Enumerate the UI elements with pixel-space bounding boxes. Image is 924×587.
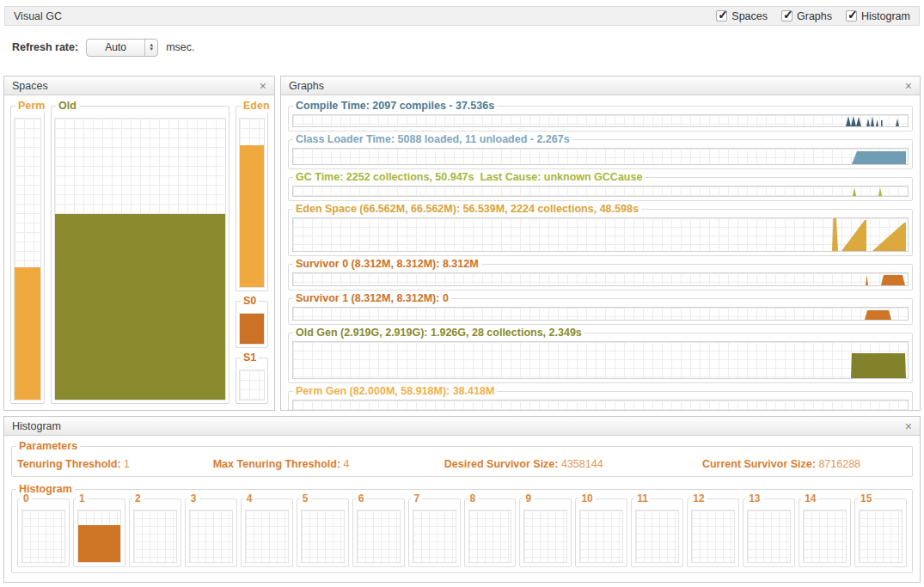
histogram-bucket-2: 2 [129, 498, 181, 567]
close-icon[interactable]: × [905, 420, 912, 432]
survivor1-space-chart [239, 370, 265, 401]
checkbox-histogram-label: Histogram [861, 10, 910, 22]
histogram-bucket-3: 3 [185, 498, 237, 567]
max-tenuring-threshold: Max Tenuring Threshold: 4 [213, 458, 444, 470]
old-gen-graph-label: Old Gen (2.919G, 2.919G): 1.926G, 28 col… [293, 327, 584, 339]
spaces-panel-header: Spaces × [4, 76, 274, 95]
class-loader-strip-chart [292, 148, 909, 165]
eden-space-strip-chart [292, 217, 909, 252]
histogram-bucket-10: 10 [575, 498, 627, 567]
histogram-bucket-14: 14 [799, 498, 851, 567]
survivor1-graph: Survivor 1 (8.312M, 8.312M): 0 [288, 298, 913, 325]
survivor0-graph-label: Survivor 0 (8.312M, 8.312M): 8.312M [293, 258, 481, 271]
survivor0-strip-chart [292, 272, 909, 286]
histogram-bucket-6: 6 [352, 498, 405, 567]
compile-time-graph: Compile Time: 2097 compiles - 37.536s [288, 106, 913, 131]
perm-space-label: Perm [15, 100, 47, 113]
histogram-bucket-8: 8 [464, 498, 517, 567]
stepper-arrows-icon[interactable]: ▲▼ [144, 40, 157, 56]
eden-fill-bar [240, 145, 264, 287]
perm-fill-bar [15, 267, 40, 400]
refresh-rate-select[interactable]: Auto ▲▼ [86, 39, 158, 57]
histogram-body: Parameters Tenuring Threshold: 1 Max Ten… [4, 436, 920, 582]
old-gen-graph: Old Gen (2.919G, 2.919G): 1.926G, 28 col… [288, 333, 913, 383]
histogram-panel-title: Histogram [12, 420, 61, 432]
checkbox-graphs[interactable]: Graphs [781, 10, 832, 22]
gc-time-strip-chart [292, 186, 909, 197]
eden-sawtooth [832, 218, 906, 251]
parameters-group: Parameters Tenuring Threshold: 1 Max Ten… [11, 446, 913, 477]
close-icon[interactable]: × [905, 80, 912, 92]
histogram-panel-header: Histogram × [4, 417, 920, 436]
checkbox-spaces[interactable]: Spaces [716, 10, 768, 22]
view-toggles: Spaces Graphs Histogram [716, 10, 910, 22]
survivor1-block [832, 308, 906, 320]
graphs-panel-title: Graphs [289, 80, 324, 92]
refresh-rate-value: Auto [87, 41, 144, 53]
survivor0-space-chart [239, 313, 265, 345]
spaces-panel: Spaces × Perm Old Eden [3, 76, 275, 411]
eden-column: Eden S0 S1 [236, 106, 268, 404]
survivor0-graph: Survivor 0 (8.312M, 8.312M): 8.312M [288, 264, 913, 290]
checkbox-checked-icon [846, 10, 857, 21]
histogram-panel: Histogram × Parameters Tenuring Threshol… [3, 416, 921, 583]
checkbox-spaces-label: Spaces [731, 10, 768, 22]
old-gen-strip-chart [292, 341, 909, 379]
close-icon[interactable]: × [260, 80, 266, 92]
survivor1-graph-label: Survivor 1 (8.312M, 8.312M): 0 [293, 292, 451, 305]
parameters-group-label: Parameters [16, 440, 80, 453]
refresh-rate-row: Refresh rate: Auto ▲▼ msec. [12, 38, 194, 57]
refresh-rate-unit: msec. [166, 41, 194, 53]
refresh-rate-label: Refresh rate: [12, 41, 78, 53]
gc-time-label: GC Time: 2252 collections, 50.947s Last … [293, 171, 645, 184]
checkbox-graphs-label: Graphs [797, 10, 832, 22]
histogram-bucket-7: 7 [408, 498, 461, 567]
eden-space-label: Eden [241, 100, 272, 113]
histogram-bucket-4: 4 [241, 498, 293, 567]
class-loader-block [852, 149, 906, 164]
perm-gen-graph-label: Perm Gen (82.000M, 58.918M): 38.418M [293, 385, 497, 398]
survivor0-fill-bar [240, 314, 264, 345]
checkbox-checked-icon [781, 10, 792, 21]
survivor0-space-label: S0 [241, 295, 259, 308]
histogram-bucket-5: 5 [297, 498, 349, 567]
perm-gen-strip-chart [292, 400, 909, 410]
gc-time-spikes [850, 186, 906, 196]
tenuring-threshold: Tenuring Threshold: 1 [17, 458, 213, 470]
survivor1-strip-chart [292, 307, 909, 321]
old-fill-bar [55, 214, 225, 400]
eden-space-graph-label: Eden Space (66.562M, 66.562M): 56.539M, … [293, 203, 641, 216]
checkbox-histogram[interactable]: Histogram [846, 10, 910, 22]
eden-space: Eden [236, 106, 268, 291]
survivor0-space: S0 [236, 301, 268, 349]
bucket-row: 0 1 2 3 4 5 6 7 8 9 10 11 12 13 14 15 [17, 498, 907, 567]
old-space: Old [51, 106, 229, 404]
survivor0-block [854, 273, 906, 285]
histogram-bucket-12: 12 [687, 498, 739, 567]
class-loader-time-label: Class Loader Time: 5088 loaded, 11 unloa… [293, 133, 572, 146]
graphs-body: Compile Time: 2097 compiles - 37.536s Cl… [281, 95, 920, 410]
parameters-row: Tenuring Threshold: 1 Max Tenuring Thres… [17, 458, 907, 470]
visual-gc-window: Visual GC Spaces Graphs Histogram Refres… [0, 0, 924, 587]
current-survivor-size: Current Survivor Size: 8716288 [702, 458, 907, 470]
perm-gen-graph: Perm Gen (82.000M, 58.918M): 38.418M [288, 391, 913, 410]
histogram-buckets-group: Histogram 0 1 2 3 4 5 6 7 8 9 10 11 12 1… [11, 489, 913, 573]
desired-survivor-size: Desired Survivor Size: 4358144 [444, 458, 702, 470]
spaces-body: Perm Old Eden S0 [4, 95, 274, 410]
compile-time-strip-chart [292, 114, 909, 127]
survivor1-space: S1 [236, 358, 268, 404]
perm-gen-block [851, 401, 906, 410]
eden-space-chart [239, 118, 265, 288]
compile-time-label: Compile Time: 2097 compiles - 37.536s [293, 100, 497, 113]
old-space-label: Old [56, 100, 79, 113]
graphs-panel-header: Graphs × [281, 76, 920, 95]
graphs-panel: Graphs × Compile Time: 2097 compiles - 3… [280, 76, 921, 411]
perm-space-chart [14, 118, 41, 401]
histogram-bucket-15: 15 [854, 498, 907, 567]
checkbox-checked-icon [716, 10, 727, 21]
histogram-bucket-9: 9 [519, 498, 572, 567]
spaces-panel-title: Spaces [12, 80, 48, 92]
survivor1-space-label: S1 [241, 352, 259, 364]
gc-time-graph: GC Time: 2252 collections, 50.947s Last … [288, 177, 913, 201]
histogram-bucket-13: 13 [743, 498, 795, 567]
